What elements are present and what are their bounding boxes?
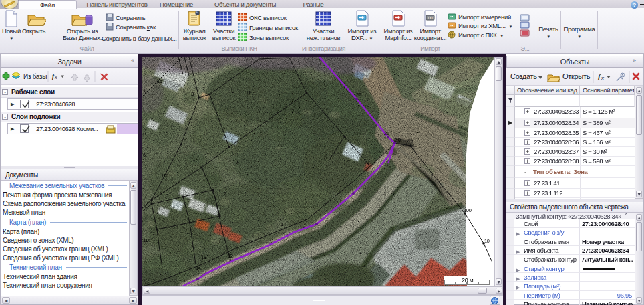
svg-text:100: 100 (464, 207, 472, 213)
svg-text:Создать: Создать (510, 72, 537, 80)
svg-text:12: 12 (228, 253, 233, 259)
svg-text:1: 1 (281, 221, 283, 227)
svg-text:21: 21 (384, 130, 389, 136)
svg-text:2: 2 (367, 159, 369, 165)
svg-text:2 0: 2 0 (394, 137, 401, 143)
svg-text:114: 114 (143, 237, 150, 243)
svg-text:3: 3 (191, 91, 194, 97)
svg-text:Из базы: Из базы (23, 73, 47, 80)
svg-text:x: x (54, 75, 57, 80)
svg-text:13: 13 (201, 254, 206, 260)
svg-text:10: 10 (484, 238, 490, 244)
svg-text:20 м: 20 м (462, 277, 474, 284)
svg-text:2: 2 (224, 191, 226, 197)
svg-text:.99: .99 (406, 138, 413, 144)
svg-text:Открыть: Открыть (562, 72, 591, 80)
svg-text:22: 22 (356, 92, 361, 98)
svg-text:6: 6 (143, 152, 146, 158)
svg-text:x: x (601, 75, 605, 81)
svg-text:11: 11 (246, 90, 251, 96)
svg-text:14: 14 (196, 265, 201, 271)
svg-text:116: 116 (161, 173, 168, 179)
svg-text:7: 7 (236, 159, 238, 165)
svg-text:15: 15 (157, 78, 162, 84)
svg-text:TXT: TXT (428, 16, 434, 20)
svg-text:2: 2 (202, 86, 205, 92)
